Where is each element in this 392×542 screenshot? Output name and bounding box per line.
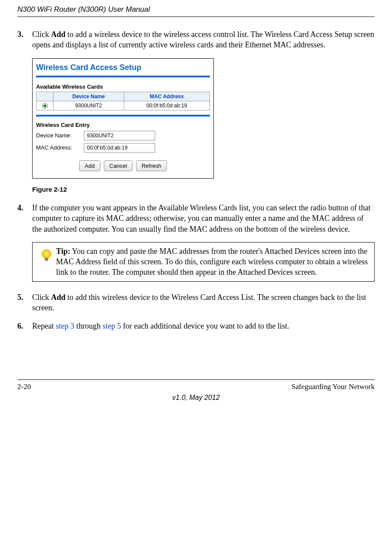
step-number: 3. bbox=[17, 29, 32, 50]
device-name-field-label: Device Name: bbox=[36, 132, 84, 139]
wireless-card-entry-label: Wireless Card Entry bbox=[36, 122, 210, 128]
text-fragment: through bbox=[74, 322, 103, 330]
step-5-link[interactable]: step 5 bbox=[103, 322, 121, 330]
document-header: N300 WiFi Router (N300R) User Manual bbox=[17, 0, 375, 17]
header-divider bbox=[17, 17, 375, 17]
page-footer: 2-20 Safeguarding Your Network v1.0, May… bbox=[17, 379, 375, 402]
available-cards-label: Available Wireless Cards bbox=[36, 83, 210, 90]
step-3: 3. Click Add to add a wireless device to… bbox=[17, 29, 375, 50]
mac-address-field-label: MAC Address: bbox=[36, 144, 84, 151]
row-device-name: 9300UNIT2 bbox=[53, 101, 124, 110]
screenshot-title: Wireless Card Access Setup bbox=[36, 63, 210, 72]
text-fragment: to add this wireless device to the Wirel… bbox=[32, 293, 366, 312]
title-bar bbox=[36, 76, 210, 77]
add-button[interactable]: Add bbox=[79, 160, 100, 171]
mac-address-header: MAC Address bbox=[124, 92, 209, 101]
available-cards-table: Device Name MAC Address 9300UNIT2 00:0f:… bbox=[36, 92, 210, 110]
figure-2-12: Wireless Card Access Setup Available Wir… bbox=[32, 58, 375, 179]
row-mac-address: 00:0f:b5:0d:ab:19 bbox=[124, 101, 209, 110]
step-text: Repeat step 3 through step 5 for each ad… bbox=[32, 321, 375, 331]
footer-version: v1.0, May 2012 bbox=[17, 394, 375, 402]
step-3-link[interactable]: step 3 bbox=[56, 322, 74, 330]
text-fragment: Click bbox=[32, 30, 51, 39]
text-fragment: Click bbox=[32, 293, 51, 302]
step-number: 4. bbox=[17, 203, 32, 234]
tip-label: Tip: bbox=[56, 247, 70, 256]
footer-divider bbox=[17, 379, 375, 380]
mac-address-input[interactable]: 00:0f:b5:0d:ab:19 bbox=[84, 143, 155, 153]
section-divider bbox=[36, 115, 210, 116]
cancel-button[interactable]: Cancel bbox=[104, 160, 133, 171]
device-name-input[interactable]: 9300UNIT2 bbox=[84, 131, 155, 140]
step-number: 6. bbox=[17, 321, 32, 331]
step-5: 5. Click Add to add this wireless device… bbox=[17, 292, 375, 313]
refresh-button[interactable]: Refresh bbox=[136, 160, 167, 171]
page-number: 2-20 bbox=[17, 382, 31, 391]
row-radio-button[interactable] bbox=[42, 103, 48, 109]
tip-box: Tip: You can copy and paste the MAC addr… bbox=[32, 242, 375, 282]
step-4: 4. If the computer you want appears in t… bbox=[17, 203, 375, 234]
footer-section-title: Safeguarding Your Network bbox=[292, 382, 375, 391]
figure-caption: Figure 2-12 bbox=[32, 186, 375, 193]
text-fragment: for each additional device you want to a… bbox=[121, 322, 289, 330]
tip-text: Tip: You can copy and paste the MAC addr… bbox=[56, 246, 370, 278]
table-row[interactable]: 9300UNIT2 00:0f:b5:0d:ab:19 bbox=[37, 101, 210, 110]
step-6: 6. Repeat step 3 through step 5 for each… bbox=[17, 321, 375, 331]
device-name-header: Device Name bbox=[53, 92, 124, 101]
step-text: If the computer you want appears in the … bbox=[32, 203, 375, 234]
text-fragment: Repeat bbox=[32, 322, 56, 330]
step-number: 5. bbox=[17, 292, 32, 313]
step-text: Click Add to add this wireless device to… bbox=[32, 292, 375, 313]
add-keyword: Add bbox=[51, 293, 66, 302]
wireless-card-access-setup-screenshot: Wireless Card Access Setup Available Wir… bbox=[32, 58, 214, 179]
radio-column-header bbox=[37, 92, 53, 101]
text-fragment: to add a wireless device to the wireless… bbox=[32, 30, 374, 49]
tip-body: You can copy and paste the MAC addresses… bbox=[56, 247, 368, 277]
step-text: Click Add to add a wireless device to th… bbox=[32, 29, 375, 50]
lightbulb-icon bbox=[40, 248, 53, 261]
add-keyword: Add bbox=[51, 30, 66, 39]
